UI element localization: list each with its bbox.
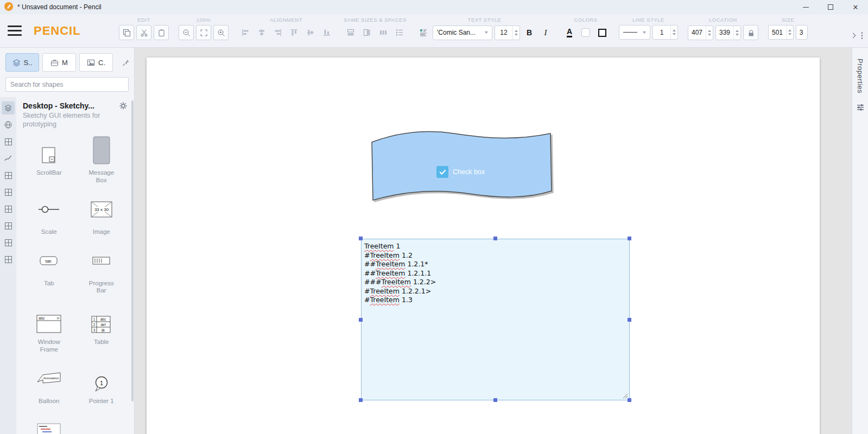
tab-cliparts[interactable]: C. (79, 53, 113, 72)
selection-handle[interactable] (628, 237, 631, 240)
shape-item-window-frame[interactable]: abc Window Frame (23, 305, 75, 354)
sliders-icon[interactable] (856, 103, 865, 112)
main-menu-button[interactable] (8, 25, 22, 36)
selection-handle[interactable] (628, 398, 631, 402)
tab-shapes[interactable]: S.. (5, 53, 39, 72)
paste-button[interactable] (154, 25, 169, 40)
collection-grid-icon[interactable] (2, 219, 15, 232)
align-top-button[interactable] (287, 25, 301, 40)
checkbox-checked-icon[interactable] (436, 166, 448, 178)
maximize-button[interactable] (818, 0, 843, 14)
drawing-canvas[interactable]: Check box TreeItem 1 #TreeItem 1.2 ##Tre… (135, 48, 852, 434)
collection-grid-icon[interactable] (2, 236, 15, 249)
tree-item-line: #TreeItem 1.3 (364, 296, 629, 305)
fill-color-button[interactable] (579, 25, 593, 40)
toolbar-more-button[interactable] (861, 32, 863, 39)
balloon-preview-icon: Annotation (36, 365, 62, 393)
tab-preview-icon: tab (39, 247, 59, 275)
lock-ratio-button[interactable] (743, 25, 758, 40)
shape-item-balloon[interactable]: Annotation Balloon (23, 365, 75, 405)
collection-grid-icon[interactable] (2, 135, 15, 148)
font-family-select[interactable]: 'Comic San... (433, 25, 492, 40)
stepper-down-icon[interactable] (788, 33, 791, 35)
same-width-button[interactable] (344, 25, 358, 40)
minimize-button[interactable] (793, 0, 818, 14)
collection-grid-icon[interactable] (2, 186, 15, 199)
close-button[interactable]: ✕ (843, 0, 868, 14)
same-size-icon (363, 28, 371, 37)
shape-item-progress-bar[interactable]: Progress Bar (75, 247, 128, 295)
size-height-stepper[interactable]: 3 (796, 25, 808, 40)
selection-handle[interactable] (493, 237, 497, 240)
cut-button[interactable] (136, 25, 151, 40)
shape-item-scale[interactable]: Scale (23, 195, 75, 236)
align-right-button[interactable] (271, 25, 285, 40)
location-x-stepper[interactable]: 407 (688, 25, 713, 40)
collection-grid-icon[interactable] (2, 202, 15, 215)
stepper-down-icon[interactable] (736, 34, 739, 36)
selection-handle[interactable] (359, 318, 363, 322)
distribute-vertical-button[interactable] (392, 25, 407, 40)
font-size-stepper[interactable]: 12 (495, 25, 520, 40)
size-width-stepper[interactable]: 501 (768, 25, 794, 40)
stepper-down-icon[interactable] (708, 34, 711, 36)
tree-text: TreeItem 1 #TreeItem 1.2 ##TreeItem 1.2.… (362, 239, 629, 305)
stepper-up-icon[interactable] (673, 29, 676, 31)
selection-handle[interactable] (359, 398, 363, 402)
close-icon: ✕ (853, 4, 859, 11)
brand-logo: PENCIL (34, 24, 81, 38)
align-middle-button[interactable] (303, 25, 318, 40)
checkbox-widget[interactable]: Check box (436, 166, 485, 178)
selection-handle[interactable] (628, 318, 631, 322)
shape-item-image[interactable]: 33 x 30 Image (75, 195, 128, 236)
align-center-button[interactable] (255, 25, 269, 40)
collection-settings-button[interactable] (119, 101, 128, 112)
text-format-button[interactable] (416, 25, 430, 40)
collection-grid-icon[interactable] (2, 253, 15, 266)
collection-grid-icon[interactable] (2, 169, 15, 182)
shape-item-tree[interactable] (23, 416, 75, 434)
stepper-down-icon[interactable] (515, 34, 518, 36)
zoom-in-button[interactable] (213, 25, 229, 40)
italic-button[interactable]: I (538, 25, 553, 40)
stroke-color-button[interactable] (595, 25, 609, 40)
toolbar-group-text: TEXT STYLE 'Comic San... 12 B I (411, 14, 557, 47)
properties-panel-title[interactable]: Properties (856, 59, 864, 93)
stepper-up-icon[interactable] (515, 30, 518, 32)
brand-area: PENCIL (0, 14, 114, 47)
stepper-up-icon[interactable] (708, 30, 711, 32)
selection-handle[interactable] (493, 398, 497, 402)
shape-list-scrollbar[interactable] (131, 100, 134, 401)
zoom-fit-button[interactable] (196, 25, 211, 40)
collection-globe-icon[interactable] (2, 118, 15, 131)
distribute-horizontal-button[interactable] (376, 25, 390, 40)
shape-item-tab[interactable]: tab Tab (23, 247, 75, 295)
pin-sidebar-button[interactable] (122, 59, 130, 67)
align-bottom-button[interactable] (320, 25, 334, 40)
tab-my-collections[interactable]: M (42, 53, 76, 72)
align-top-icon (290, 28, 299, 37)
toolbar-expand-button[interactable] (850, 33, 856, 39)
line-style-select[interactable] (619, 25, 650, 40)
collection-pen-icon[interactable] (2, 152, 15, 165)
stepper-up-icon[interactable] (736, 30, 739, 32)
shape-item-table[interactable]: 1abc 2def 3ijk Table (75, 305, 128, 354)
stepper-up-icon[interactable] (788, 29, 791, 31)
selection-handle[interactable] (359, 237, 363, 240)
align-left-button[interactable] (238, 25, 252, 40)
zoom-out-button[interactable] (179, 25, 194, 40)
copy-button[interactable] (119, 25, 134, 40)
group-label-alignment: ALIGNMENT (270, 17, 302, 23)
shape-item-message-box[interactable]: Message Box (75, 136, 128, 184)
collection-layers-icon[interactable] (2, 101, 15, 114)
text-color-button[interactable]: A (562, 25, 576, 40)
same-size-button[interactable] (360, 25, 374, 40)
location-y-stepper[interactable]: 339 (715, 25, 741, 40)
search-input[interactable] (5, 77, 129, 92)
line-width-stepper[interactable]: 1 (652, 25, 678, 40)
shape-item-scrollbar[interactable]: ScrollBar (23, 136, 75, 184)
tree-widget[interactable]: TreeItem 1 #TreeItem 1.2 ##TreeItem 1.2.… (361, 239, 630, 400)
shape-item-pointer[interactable]: 1 Pointer 1 (75, 365, 128, 405)
stepper-down-icon[interactable] (673, 33, 676, 35)
bold-button[interactable]: B (522, 25, 536, 40)
